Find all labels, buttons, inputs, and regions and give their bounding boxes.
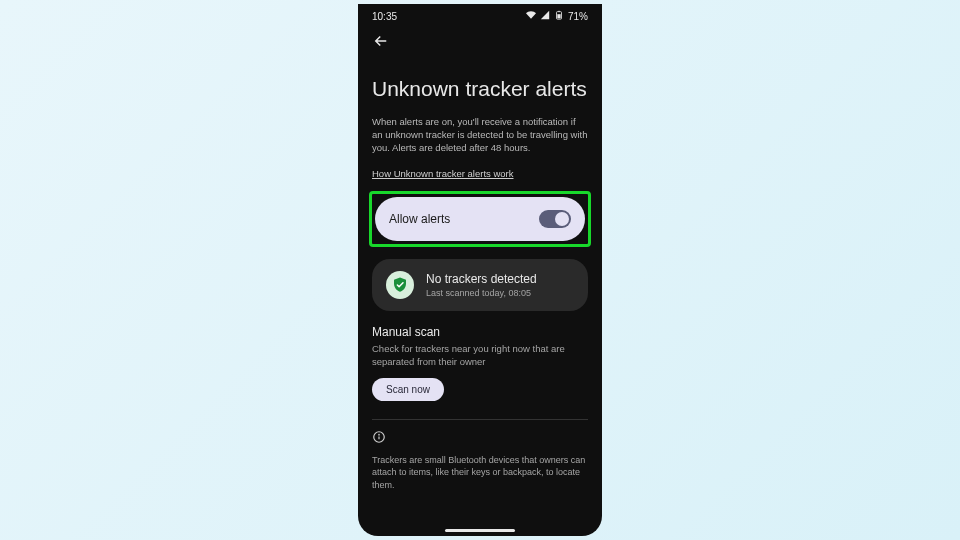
status-time: 10:35 — [372, 11, 397, 22]
page-description: When alerts are on, you'll receive a not… — [372, 116, 588, 154]
manual-scan-description: Check for trackers near you right now th… — [372, 343, 588, 369]
how-it-works-link[interactable]: How Unknown tracker alerts work — [372, 168, 514, 179]
battery-icon — [554, 10, 564, 22]
tracker-status-title: No trackers detected — [426, 272, 537, 286]
shield-check-icon — [386, 271, 414, 299]
status-right: 71% — [526, 10, 588, 22]
svg-rect-1 — [557, 14, 560, 18]
phone-frame: 10:35 71% Unknown tracker alerts When al… — [358, 4, 602, 536]
allow-alerts-toggle[interactable] — [539, 210, 571, 228]
footer-text: Trackers are small Bluetooth devices tha… — [372, 454, 588, 490]
scan-now-button[interactable]: Scan now — [372, 378, 444, 401]
signal-icon — [540, 10, 550, 22]
svg-point-5 — [379, 435, 380, 436]
tracker-status-card: No trackers detected Last scanned today,… — [372, 259, 588, 311]
svg-rect-2 — [558, 11, 560, 12]
info-icon — [372, 430, 386, 448]
allow-alerts-highlight: Allow alerts — [369, 191, 591, 247]
home-indicator[interactable] — [445, 529, 515, 532]
status-bar: 10:35 71% — [358, 4, 602, 22]
allow-alerts-label: Allow alerts — [389, 212, 450, 226]
divider — [372, 419, 588, 420]
wifi-icon — [526, 10, 536, 22]
manual-scan-heading: Manual scan — [372, 325, 588, 339]
tracker-status-subtitle: Last scanned today, 08:05 — [426, 288, 537, 298]
battery-percent: 71% — [568, 11, 588, 22]
back-icon[interactable] — [372, 32, 588, 50]
page-title: Unknown tracker alerts — [372, 76, 588, 102]
allow-alerts-card[interactable]: Allow alerts — [375, 197, 585, 241]
